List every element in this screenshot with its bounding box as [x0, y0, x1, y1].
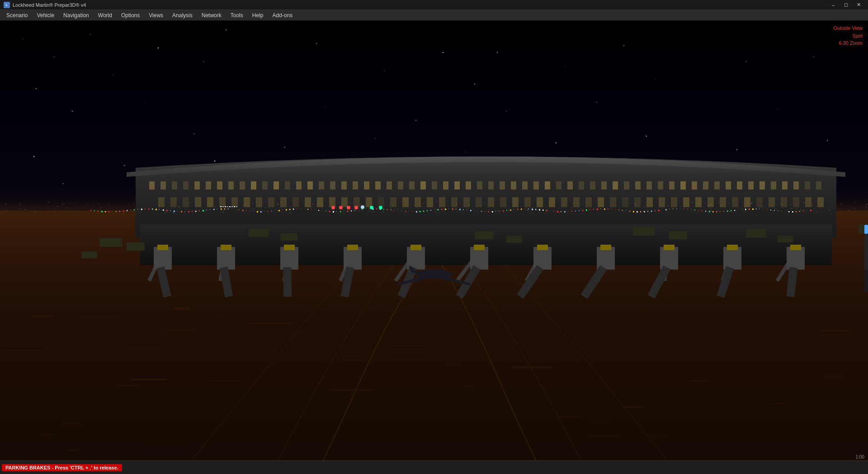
coord-display: 1:00	[856, 455, 864, 460]
menu-item-world[interactable]: World	[94, 11, 117, 20]
hud-overlay: Outside View Spot 6.30 Zoom	[833, 24, 863, 47]
menu-item-network[interactable]: Network	[197, 11, 226, 20]
menu-item-tools[interactable]: Tools	[226, 11, 248, 20]
menu-item-add-ons[interactable]: Add-ons	[268, 11, 297, 20]
taskbar: PARKING BRAKES - Press 'CTRL + .' to rel…	[0, 460, 868, 474]
simulation-view[interactable]: Outside View Spot 6.30 Zoom 1:00	[0, 21, 868, 474]
restore-button[interactable]: ◻	[840, 1, 852, 9]
menu-bar: ScenarioVehicleNavigationWorldOptionsVie…	[0, 10, 868, 21]
title-bar: L Lockheed Martin® Prepar3D® v4 – ◻ ✕	[0, 0, 868, 10]
window-title: Lockheed Martin® Prepar3D® v4	[13, 2, 86, 8]
scrollbar-thumb[interactable]	[864, 225, 868, 234]
title-controls: – ◻ ✕	[827, 1, 864, 9]
menu-item-vehicle[interactable]: Vehicle	[32, 11, 59, 20]
view-mode-label: Outside View	[833, 24, 863, 32]
menu-item-navigation[interactable]: Navigation	[59, 11, 94, 20]
menu-item-help[interactable]: Help	[248, 11, 268, 20]
title-bar-left: L Lockheed Martin® Prepar3D® v4	[4, 2, 86, 8]
zoom-level-label: 6.30 Zoom	[833, 39, 863, 47]
scene-canvas	[0, 21, 868, 474]
right-scrollbar[interactable]	[864, 225, 868, 270]
menu-item-options[interactable]: Options	[117, 11, 144, 20]
app-icon: L	[4, 2, 10, 8]
menu-item-views[interactable]: Views	[144, 11, 168, 20]
menu-item-scenario[interactable]: Scenario	[2, 11, 32, 20]
menu-item-analysis[interactable]: Analysis	[168, 11, 197, 20]
minimize-button[interactable]: –	[827, 1, 839, 9]
close-button[interactable]: ✕	[853, 1, 864, 9]
parking-brakes-alert: PARKING BRAKES - Press 'CTRL + .' to rel…	[2, 464, 122, 471]
camera-type-label: Spot	[833, 32, 863, 40]
